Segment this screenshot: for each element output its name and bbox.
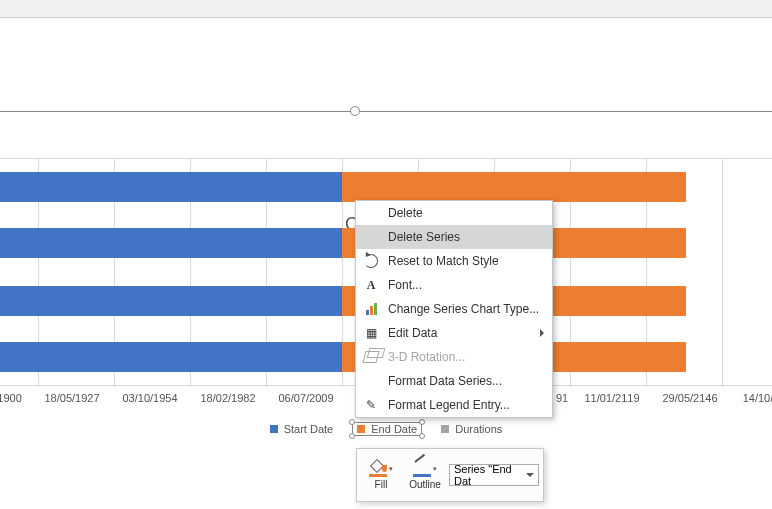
x-tick: 18/05/1927 xyxy=(44,392,99,404)
reset-icon xyxy=(362,252,380,270)
bar-row[interactable] xyxy=(0,172,772,202)
legend-label: Start Date xyxy=(284,423,334,435)
legend-entry-durations[interactable]: Durations xyxy=(441,423,502,435)
menu-item-edit-data[interactable]: ▦ Edit Data xyxy=(356,321,552,345)
menu-item-delete-series[interactable]: Delete Series xyxy=(356,225,552,249)
outline-label: Outline xyxy=(409,479,441,490)
start-date-bar[interactable] xyxy=(0,228,342,258)
legend-entry-start-date[interactable]: Start Date xyxy=(270,423,334,435)
selection-handle[interactable] xyxy=(419,433,425,439)
legend-swatch xyxy=(357,425,365,433)
menu-item-label: Format Data Series... xyxy=(388,374,502,388)
chart-element-selector[interactable]: Series "End Dat xyxy=(449,464,539,486)
fill-bucket-icon xyxy=(369,461,387,477)
selection-handle[interactable] xyxy=(349,433,355,439)
font-icon: A xyxy=(362,276,380,294)
x-tick: /1900 xyxy=(0,392,22,404)
ribbon-strip xyxy=(0,0,772,18)
menu-item-label: Delete Series xyxy=(388,230,460,244)
outline-button[interactable]: ▾ Outline xyxy=(405,461,445,490)
menu-item-format-data-series[interactable]: Format Data Series... xyxy=(356,369,552,393)
menu-item-delete[interactable]: Delete xyxy=(356,201,552,225)
submenu-arrow-icon xyxy=(540,329,544,337)
bar-chart-icon xyxy=(362,300,380,318)
chart-top-selection-line xyxy=(0,111,772,112)
x-tick: 91 xyxy=(556,392,568,404)
menu-item-reset-to-match-style[interactable]: Reset to Match Style xyxy=(356,249,552,273)
x-tick: 18/02/1982 xyxy=(200,392,255,404)
selection-handle[interactable] xyxy=(349,419,355,425)
legend-label: End Date xyxy=(371,423,417,435)
chevron-down-icon: ▾ xyxy=(389,465,393,473)
x-tick: 03/10/1954 xyxy=(122,392,177,404)
menu-item-label: Change Series Chart Type... xyxy=(388,302,539,316)
chart-whitespace xyxy=(0,18,772,98)
chevron-down-icon: ▾ xyxy=(433,465,437,473)
fill-button[interactable]: ▾ Fill xyxy=(361,461,401,490)
start-date-bar[interactable] xyxy=(0,286,342,316)
menu-item-label: Font... xyxy=(388,278,422,292)
fill-label: Fill xyxy=(375,479,388,490)
menu-item-change-series-chart-type[interactable]: Change Series Chart Type... xyxy=(356,297,552,321)
x-tick: 29/05/2146 xyxy=(662,392,717,404)
legend-label: Durations xyxy=(455,423,502,435)
legend-swatch xyxy=(441,425,449,433)
start-date-bar[interactable] xyxy=(0,342,342,372)
start-date-bar[interactable] xyxy=(0,172,342,202)
chevron-down-icon xyxy=(526,473,534,477)
selection-handle[interactable] xyxy=(419,419,425,425)
menu-item-label: Reset to Match Style xyxy=(388,254,499,268)
legend-entry-end-date-selected[interactable]: End Date xyxy=(352,422,422,436)
series-context-menu[interactable]: Delete Delete Series Reset to Match Styl… xyxy=(355,200,553,418)
menu-item-format-legend-entry[interactable]: ✎ Format Legend Entry... xyxy=(356,393,552,417)
legend-swatch xyxy=(270,425,278,433)
end-date-bar[interactable] xyxy=(342,172,686,202)
format-icon: ✎ xyxy=(362,396,380,414)
outline-pen-icon xyxy=(413,461,431,477)
chart-top-selection-handle[interactable] xyxy=(350,106,360,116)
menu-item-label: Edit Data xyxy=(388,326,437,340)
table-icon: ▦ xyxy=(362,324,380,342)
menu-item-label: Delete xyxy=(388,206,423,220)
x-tick: 11/01/2119 xyxy=(584,392,639,404)
chart-legend[interactable]: Start Date End Date Durations xyxy=(0,422,772,436)
menu-item-label: Format Legend Entry... xyxy=(388,398,510,412)
menu-item-3d-rotation-disabled: 3-D Rotation... xyxy=(356,345,552,369)
x-tick: 06/07/2009 xyxy=(278,392,333,404)
menu-item-font[interactable]: A Font... xyxy=(356,273,552,297)
cube-icon xyxy=(362,348,380,366)
chart-element-selector-value: Series "End Dat xyxy=(454,463,526,487)
mini-toolbar[interactable]: ▾ Fill ▾ Outline Series "End Dat xyxy=(356,448,544,502)
menu-item-label: 3-D Rotation... xyxy=(388,350,465,364)
x-tick: 14/10/ xyxy=(743,392,772,404)
